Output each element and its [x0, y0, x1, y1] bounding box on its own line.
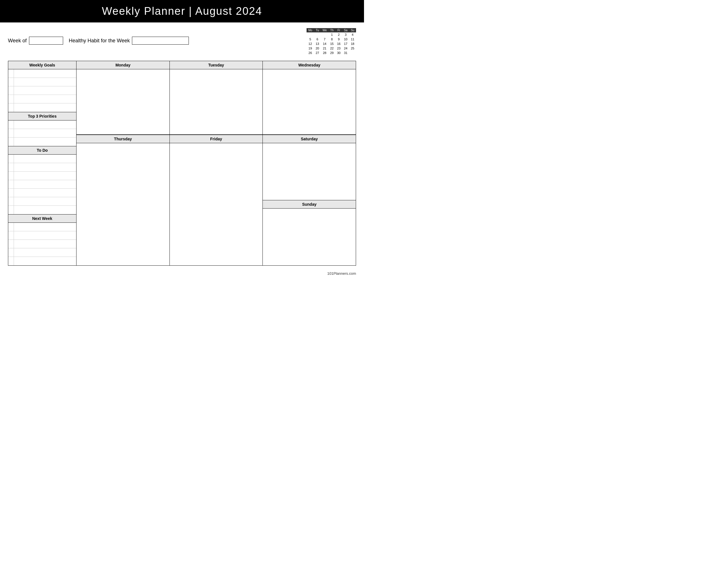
nextweek-checkbox-1[interactable] [8, 223, 14, 231]
todo-checkbox-3[interactable] [8, 172, 14, 180]
week-of-label: Week of [8, 38, 27, 44]
cal-day: 13 [314, 42, 321, 46]
priority-checkbox-1[interactable] [8, 121, 14, 129]
goal-row-1[interactable] [8, 69, 76, 78]
right-column: Monday Tuesday Wednesday Thursday Friday [76, 61, 356, 266]
nextweek-row-3[interactable] [8, 240, 76, 248]
goal-checkbox-5[interactable] [8, 103, 14, 112]
cal-day: 21 [321, 46, 328, 51]
todo-checkbox-1[interactable] [8, 155, 14, 163]
nextweek-row-4[interactable] [8, 248, 76, 257]
header-title: Weekly Planner | August 2024 [102, 5, 262, 17]
saturday-body[interactable] [263, 143, 356, 200]
todo-row-5[interactable] [8, 189, 76, 197]
cal-day: 9 [335, 37, 342, 42]
goal-checkbox-4[interactable] [8, 95, 14, 103]
monday-col: Monday [76, 61, 170, 134]
sat-sun-col: Saturday Sunday [263, 135, 356, 266]
goal-row-4[interactable] [8, 95, 76, 103]
thursday-col: Thursday [76, 135, 170, 266]
priority-row-3[interactable] [8, 138, 76, 146]
goal-checkbox-2[interactable] [8, 78, 14, 86]
cal-header-fr: Fr [335, 28, 342, 32]
thursday-body[interactable] [76, 143, 169, 266]
todo-row-2[interactable] [8, 163, 76, 172]
friday-body[interactable] [170, 143, 263, 266]
sunday-body[interactable] [263, 209, 356, 266]
friday-header: Friday [170, 135, 263, 143]
cal-day: 5 [307, 37, 314, 42]
nextweek-checkbox-2[interactable] [8, 231, 14, 240]
todo-text-1[interactable] [14, 155, 76, 163]
monday-body[interactable] [76, 69, 169, 134]
week-of-input[interactable] [29, 37, 63, 45]
saturday-header: Saturday [263, 135, 356, 143]
priority-checkbox-3[interactable] [8, 138, 14, 146]
nextweek-text-3[interactable] [14, 240, 76, 248]
sunday-section: Sunday [263, 200, 356, 266]
todo-text-6[interactable] [14, 197, 76, 206]
goal-row-2[interactable] [8, 78, 76, 86]
left-column: Weekly Goals [8, 61, 76, 266]
todo-text-4[interactable] [14, 180, 76, 188]
goal-text-2[interactable] [14, 78, 76, 86]
todo-row-1[interactable] [8, 155, 76, 163]
todo-checkbox-7[interactable] [8, 206, 14, 214]
todo-row-7[interactable] [8, 206, 76, 214]
healthy-habit-input[interactable] [132, 37, 189, 45]
cal-day: 29 [328, 51, 335, 55]
nextweek-checkbox-5[interactable] [8, 257, 14, 266]
priority-checkbox-2[interactable] [8, 129, 14, 137]
nextweek-text-2[interactable] [14, 231, 76, 240]
cal-day: 23 [335, 46, 342, 51]
weekly-goals-rows [8, 69, 76, 112]
nextweek-text-4[interactable] [14, 248, 76, 257]
nextweek-text-5[interactable] [14, 257, 76, 266]
wednesday-body[interactable] [263, 69, 356, 134]
goal-text-1[interactable] [14, 69, 76, 78]
goal-checkbox-3[interactable] [8, 86, 14, 95]
cal-day: 18 [349, 42, 356, 46]
tuesday-body[interactable] [170, 69, 263, 134]
nextweek-text-1[interactable] [14, 223, 76, 231]
todo-text-3[interactable] [14, 172, 76, 180]
nextweek-row-2[interactable] [8, 231, 76, 240]
todo-checkbox-5[interactable] [8, 189, 14, 197]
goal-row-3[interactable] [8, 86, 76, 95]
top3-header: Top 3 Priorities [8, 112, 76, 121]
goal-text-5[interactable] [14, 103, 76, 112]
todo-checkbox-2[interactable] [8, 163, 14, 171]
todo-row-4[interactable] [8, 180, 76, 189]
priority-text-1[interactable] [14, 121, 76, 129]
todo-checkbox-4[interactable] [8, 180, 14, 188]
todo-row-3[interactable] [8, 172, 76, 180]
priority-row-1[interactable] [8, 121, 76, 129]
top-section: Week of Healthy Habit for the Week Mo Tu… [0, 22, 364, 58]
cal-day: 12 [307, 42, 314, 46]
todo-text-5[interactable] [14, 189, 76, 197]
nextweek-checkbox-4[interactable] [8, 248, 14, 257]
todo-text-7[interactable] [14, 206, 76, 214]
priority-row-2[interactable] [8, 129, 76, 138]
page-header: Weekly Planner | August 2024 [0, 0, 364, 22]
cal-day: 8 [328, 37, 335, 42]
wednesday-header: Wednesday [263, 61, 356, 69]
cal-header-sa: Sa [342, 28, 349, 32]
priority-text-3[interactable] [14, 138, 76, 146]
todo-checkbox-6[interactable] [8, 197, 14, 206]
cal-day: 22 [328, 46, 335, 51]
healthy-habit-label: Healthy Habit for the Week [69, 38, 130, 44]
goal-text-4[interactable] [14, 95, 76, 103]
goal-checkbox-1[interactable] [8, 69, 14, 78]
todo-section: To Do [8, 146, 76, 215]
nextweek-checkbox-3[interactable] [8, 240, 14, 248]
priority-text-2[interactable] [14, 129, 76, 137]
goal-row-5[interactable] [8, 103, 76, 112]
todo-row-6[interactable] [8, 197, 76, 206]
nextweek-rows [8, 223, 76, 266]
todo-text-2[interactable] [14, 163, 76, 171]
nextweek-row-5[interactable] [8, 257, 76, 266]
nextweek-row-1[interactable] [8, 223, 76, 231]
cal-day: 3 [342, 32, 349, 37]
goal-text-3[interactable] [14, 86, 76, 95]
